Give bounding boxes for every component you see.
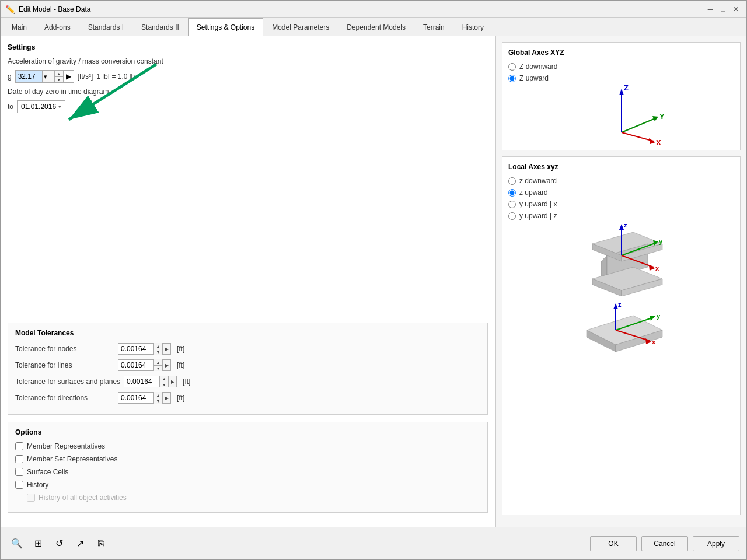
svg-marker-35 xyxy=(650,316,655,321)
svg-text:y: y xyxy=(659,238,663,245)
gravity-desc: Acceleration of gravity / mass conversio… xyxy=(8,57,163,65)
option-member-reps-row: Member Representatives xyxy=(15,442,480,450)
options-title: Options xyxy=(15,428,480,436)
search-icon-button[interactable]: 🔍 xyxy=(8,534,26,553)
tab-terrain[interactable]: Terrain xyxy=(414,18,453,36)
tab-addons[interactable]: Add-ons xyxy=(36,18,79,36)
svg-marker-3 xyxy=(619,89,624,95)
tolerance-nodes-input[interactable] xyxy=(118,344,153,354)
tol-nodes-right[interactable]: ▶ xyxy=(162,344,170,354)
tol-directions-up[interactable]: ▲ xyxy=(154,392,162,398)
copy-icon-button[interactable]: ⎘ xyxy=(92,534,110,553)
tol-surfaces-right[interactable]: ▶ xyxy=(168,376,176,387)
export-icon-button[interactable]: ↗ xyxy=(71,534,89,553)
global-z-upward-label: Z upward xyxy=(519,74,549,82)
gravity-spinbox[interactable]: ▾ ▲ ▼ ▶ xyxy=(15,70,74,83)
global-z-downward-radio[interactable] xyxy=(508,63,516,71)
gravity-row: Acceleration of gravity / mass conversio… xyxy=(8,57,488,65)
tab-bar: Main Add-ons Standards I Standards II Se… xyxy=(1,18,746,36)
local-y-upward-x-radio[interactable] xyxy=(508,201,516,208)
tolerance-directions-spinbox[interactable]: ▲ ▼ ▶ xyxy=(118,392,171,404)
maximize-button[interactable]: □ xyxy=(717,4,729,15)
local-z-upward-radio[interactable] xyxy=(508,189,516,197)
tolerance-lines-spinbox[interactable]: ▲ ▼ ▶ xyxy=(118,359,171,371)
gravity-up-btn[interactable]: ▲ xyxy=(55,71,63,76)
option-surface-cells-label: Surface Cells xyxy=(27,468,68,476)
svg-marker-26 xyxy=(649,265,655,271)
option-member-set-reps-checkbox[interactable] xyxy=(15,455,23,463)
gravity-input[interactable] xyxy=(16,71,42,82)
svg-line-5 xyxy=(622,118,657,132)
svg-text:Z: Z xyxy=(624,83,629,92)
refresh-icon-button[interactable]: ↺ xyxy=(50,534,68,553)
global-axes-section: Global Axes XYZ Z downward Z upward Z xyxy=(502,42,741,150)
svg-marker-9 xyxy=(649,138,655,144)
date-chevron: ▾ xyxy=(58,104,61,110)
tol-lines-up[interactable]: ▲ xyxy=(154,359,162,365)
local-z-downward-label: z downward xyxy=(519,177,557,185)
option-surface-cells-checkbox[interactable] xyxy=(15,468,23,476)
date-label: Date of day zero in time diagram xyxy=(8,88,109,96)
tolerance-surfaces-input[interactable] xyxy=(124,376,159,387)
tab-standards2[interactable]: Standards II xyxy=(132,18,188,36)
ok-button[interactable]: OK xyxy=(590,536,637,551)
tolerance-nodes-arrows: ▲ ▼ xyxy=(153,343,162,355)
svg-text:z: z xyxy=(624,222,627,229)
grid-icon-button[interactable]: ⊞ xyxy=(29,534,47,553)
tolerance-nodes-spinbox[interactable]: ▲ ▼ ▶ xyxy=(118,343,171,355)
tab-history[interactable]: History xyxy=(453,18,493,36)
toolbar-right: OK Cancel Apply xyxy=(590,536,739,551)
tab-standards1[interactable]: Standards I xyxy=(79,18,132,36)
gravity-down-btn[interactable]: ▼ xyxy=(55,76,63,82)
minimize-button[interactable]: ─ xyxy=(704,4,716,15)
tol-lines-right[interactable]: ▶ xyxy=(162,360,170,370)
svg-text:x: x xyxy=(655,265,659,272)
tol-directions-down[interactable]: ▼ xyxy=(154,398,162,404)
global-z-upward-radio[interactable] xyxy=(508,75,516,82)
date-row: Date of day zero in time diagram xyxy=(8,88,488,96)
gravity-arrows: ▲ ▼ xyxy=(54,71,63,82)
toolbar-left: 🔍 ⊞ ↺ ↗ ⎘ xyxy=(8,534,110,553)
tab-main[interactable]: Main xyxy=(3,18,36,36)
tol-directions-right[interactable]: ▶ xyxy=(162,393,170,403)
tolerance-surfaces-row: Tolerance for surfaces and planes ▲ ▼ ▶ … xyxy=(15,376,480,387)
tab-dependent-models[interactable]: Dependent Models xyxy=(338,18,414,36)
local-z-downward-radio[interactable] xyxy=(508,177,516,185)
tolerance-surfaces-spinbox[interactable]: ▲ ▼ ▶ xyxy=(124,376,177,387)
tol-nodes-up[interactable]: ▲ xyxy=(154,343,162,349)
date-value: 01.01.2016 xyxy=(21,103,56,111)
tol-surfaces-up[interactable]: ▲ xyxy=(160,376,168,382)
svg-marker-32 xyxy=(613,303,618,309)
gravity-arrow-right[interactable]: ▶ xyxy=(63,70,74,83)
tolerance-surfaces-label: Tolerance for surfaces and planes xyxy=(15,377,120,386)
tab-settings-options[interactable]: Settings & Options xyxy=(188,18,263,36)
local-y-upward-z-row: y upward | z xyxy=(508,212,734,220)
gravity-unit-select[interactable]: ▾ xyxy=(42,71,54,82)
close-button[interactable]: ✕ xyxy=(730,4,742,15)
gravity-input-row: g ▾ ▲ ▼ ▶ [ft/s²] 1 lbf = 1.0 lb xyxy=(8,70,488,83)
svg-text:y: y xyxy=(657,313,661,320)
option-history-all-label: History of all object activities xyxy=(39,494,127,502)
apply-button[interactable]: Apply xyxy=(693,536,739,551)
window-title: Edit Model - Base Data xyxy=(19,5,90,13)
title-bar-left: ✏️ Edit Model - Base Data xyxy=(5,5,90,14)
right-panel: Global Axes XYZ Z downward Z upward Z xyxy=(495,36,746,527)
option-member-reps-checkbox[interactable] xyxy=(15,442,23,450)
option-history-checkbox[interactable] xyxy=(15,481,23,489)
local-axes-section: Local Axes xyz z downward z upward y upw… xyxy=(502,156,741,515)
option-history-all-checkbox[interactable] xyxy=(27,494,35,502)
tol-nodes-down[interactable]: ▼ xyxy=(154,349,162,355)
tab-model-params[interactable]: Model Parameters xyxy=(263,18,338,36)
date-picker[interactable]: 01.01.2016 ▾ xyxy=(17,100,65,113)
cancel-button[interactable]: Cancel xyxy=(641,536,688,551)
tolerance-lines-input[interactable] xyxy=(118,360,153,370)
tolerance-directions-input[interactable] xyxy=(118,393,153,403)
svg-marker-20 xyxy=(619,224,624,230)
tolerance-directions-unit: [ft] xyxy=(177,394,184,402)
svg-text:X: X xyxy=(656,138,661,147)
left-panel: Settings Acceleration of gravity / mass … xyxy=(1,36,495,527)
tol-surfaces-down[interactable]: ▼ xyxy=(160,382,168,387)
local-y-upward-z-radio[interactable] xyxy=(508,212,516,220)
tol-lines-down[interactable]: ▼ xyxy=(154,365,162,371)
main-window: ✏️ Edit Model - Base Data ─ □ ✕ Main Add… xyxy=(0,0,747,560)
